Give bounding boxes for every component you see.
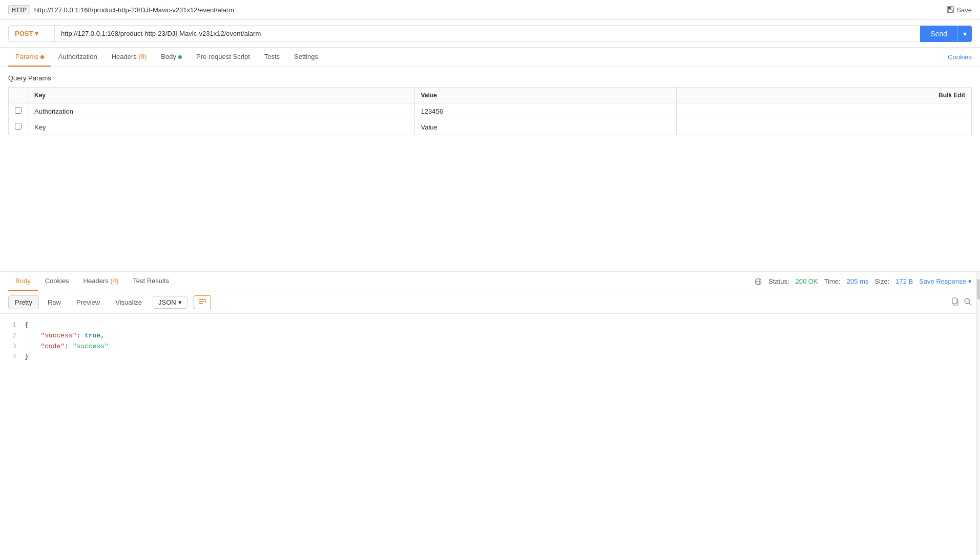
save-label: Save <box>956 6 972 14</box>
url-input[interactable] <box>54 25 920 42</box>
json-chevron-icon: ▾ <box>178 298 182 306</box>
row1-checkbox[interactable] <box>15 107 22 114</box>
save-response-chevron-icon: ▾ <box>968 278 972 285</box>
tab-authorization[interactable]: Authorization <box>51 48 105 67</box>
svg-line-12 <box>969 303 971 305</box>
scrollbar[interactable] <box>976 272 980 555</box>
size-value: 172 B <box>895 278 913 285</box>
tab-body[interactable]: Body <box>154 48 189 67</box>
body-dot <box>178 55 182 59</box>
status-label: Status: <box>768 278 789 285</box>
method-select[interactable]: POST ▾ <box>8 25 54 42</box>
tab-pre-request[interactable]: Pre-request Script <box>189 48 257 67</box>
row2-checkbox-cell <box>9 119 28 135</box>
format-preview-label: Preview <box>76 298 100 306</box>
row1-actions <box>677 103 972 119</box>
response-tab-test-results-label: Test Results <box>133 277 169 285</box>
params-table: Key Value Bulk Edit Authorization 123456 <box>8 87 972 135</box>
response-tab-cookies[interactable]: Cookies <box>38 272 76 291</box>
bulk-edit-header[interactable]: Bulk Edit <box>677 88 972 103</box>
response-tabs-row: Body Cookies Headers (4) Test Results <box>0 272 980 291</box>
tab-authorization-label: Authorization <box>58 53 97 60</box>
row2-checkbox[interactable] <box>15 123 22 130</box>
row1-key[interactable]: Authorization <box>28 103 415 119</box>
svg-point-11 <box>965 298 970 304</box>
format-pretty-label: Pretty <box>15 298 32 306</box>
save-response-label: Save Response <box>919 278 966 285</box>
wrap-icon <box>198 298 206 305</box>
save-icon <box>947 6 954 13</box>
response-code: 1 { 2 "success": true, 3 "code": "succes… <box>0 314 980 369</box>
tab-tests-label: Tests <box>264 53 280 60</box>
value-header: Value <box>414 88 676 103</box>
query-params-title: Query Params <box>8 74 972 82</box>
line-num-2: 2 <box>8 331 16 341</box>
response-tab-headers-label: Headers <box>84 277 109 285</box>
code-content-4: } <box>25 352 972 362</box>
code-content-2: "success": true, <box>25 331 972 341</box>
save-response-button[interactable]: Save Response ▾ <box>919 278 972 285</box>
response-headers-badge: (4) <box>110 277 118 285</box>
svg-rect-1 <box>948 7 951 9</box>
code-line-3: 3 "code": "success" <box>8 341 972 352</box>
table-row: Authorization 123456 <box>9 103 972 119</box>
time-label: Time: <box>824 278 841 285</box>
code-content-1: { <box>25 320 972 331</box>
format-raw-label: Raw <box>48 298 61 306</box>
tab-settings-label: Settings <box>294 53 318 60</box>
tab-params[interactable]: Params <box>8 48 51 67</box>
response-tab-headers[interactable]: Headers (4) <box>76 272 126 291</box>
format-visualize-label: Visualize <box>115 298 142 306</box>
save-button[interactable]: Save <box>947 6 972 14</box>
search-icon[interactable] <box>964 297 972 307</box>
tab-pre-request-label: Pre-request Script <box>196 53 250 60</box>
response-status: Status: 200 OK Time: 205 ms Size: 172 B … <box>754 278 972 286</box>
time-value: 205 ms <box>847 278 869 285</box>
send-button[interactable]: Send ▾ <box>920 26 972 42</box>
code-line-2: 2 "success": true, <box>8 331 972 341</box>
table-row: Key Value <box>9 119 972 135</box>
svg-rect-10 <box>952 298 957 304</box>
row1-value[interactable]: 123456 <box>414 103 676 119</box>
key-header: Key <box>28 88 415 103</box>
svg-rect-2 <box>948 10 952 12</box>
wrap-lines-button[interactable] <box>194 295 211 309</box>
globe-icon <box>754 278 762 286</box>
response-tab-test-results[interactable]: Test Results <box>126 272 176 291</box>
code-line-4: 4 } <box>8 352 972 362</box>
response-tab-body[interactable]: Body <box>8 272 38 291</box>
code-content-3: "code": "success" <box>25 341 972 352</box>
cookies-link[interactable]: Cookies <box>948 53 972 61</box>
format-icons <box>951 297 972 307</box>
format-tab-visualize[interactable]: Visualize <box>109 295 149 309</box>
top-url: http://127.0.0.1:168/product-http-23/DJI… <box>34 6 234 14</box>
format-tabs-row: Pretty Raw Preview Visualize JSON ▾ <box>0 291 980 314</box>
tab-settings[interactable]: Settings <box>287 48 325 67</box>
tab-headers[interactable]: Headers (9) <box>105 48 154 67</box>
format-tab-raw[interactable]: Raw <box>41 295 68 309</box>
line-num-1: 1 <box>8 320 16 331</box>
code-line-1: 1 { <box>8 320 972 331</box>
line-num-3: 3 <box>8 341 16 352</box>
method-label: POST <box>15 30 33 37</box>
status-code: 200 OK <box>796 278 818 285</box>
row2-actions <box>677 119 972 135</box>
send-arrow-icon: ▾ <box>958 26 972 42</box>
row2-value[interactable]: Value <box>414 119 676 135</box>
send-label: Send <box>920 26 958 42</box>
tab-headers-label: Headers <box>112 53 137 60</box>
format-tab-preview[interactable]: Preview <box>70 295 107 309</box>
row2-key[interactable]: Key <box>28 119 415 135</box>
json-select-label: JSON <box>158 298 176 306</box>
params-dot <box>40 55 44 59</box>
format-tab-pretty[interactable]: Pretty <box>8 295 39 309</box>
size-label: Size: <box>874 278 889 285</box>
json-format-select[interactable]: JSON ▾ <box>153 296 187 309</box>
response-section: Body Cookies Headers (4) Test Results <box>0 271 980 555</box>
scrollbar-thumb <box>977 279 980 300</box>
request-tabs: Params Authorization Headers (9) Body Pr… <box>0 48 980 67</box>
tab-tests[interactable]: Tests <box>257 48 287 67</box>
copy-icon[interactable] <box>951 297 960 307</box>
row1-checkbox-cell <box>9 103 28 119</box>
line-num-4: 4 <box>8 352 16 362</box>
